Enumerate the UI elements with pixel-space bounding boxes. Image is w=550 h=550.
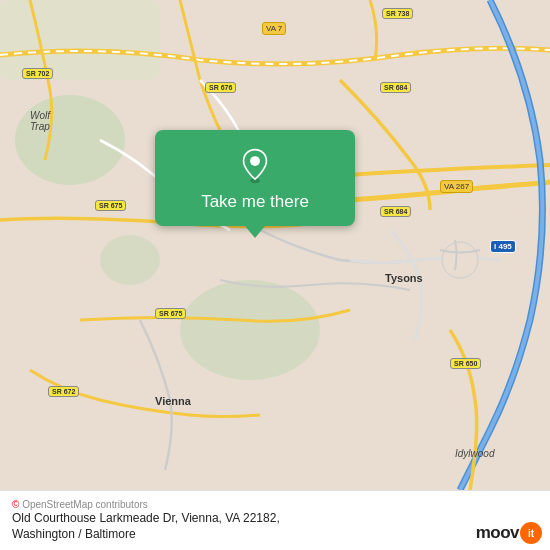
address-text: Old Courthouse Larkmeade Dr, Vienna, VA …	[12, 511, 448, 542]
osm-copyright: © OpenStreetMap contributors	[12, 499, 448, 510]
sr672-label: SR 672	[48, 386, 79, 397]
svg-point-5	[442, 242, 478, 278]
tysons-label: Tysons	[385, 272, 423, 284]
sr738-label: SR 738	[382, 8, 413, 19]
sr702-label: SR 702	[22, 68, 53, 79]
map-container: WolfTrap Vienna Tysons Idylwood VA 7 SR …	[0, 0, 550, 490]
info-bar: © OpenStreetMap contributors Old Courtho…	[0, 490, 550, 550]
svg-point-3	[100, 235, 160, 285]
sr650-label: SR 650	[450, 358, 481, 369]
i495-label: I 495	[490, 240, 516, 253]
sr675b-label: SR 675	[155, 308, 186, 319]
va7-label: VA 7	[262, 22, 286, 35]
tooltip-label: Take me there	[201, 192, 309, 212]
svg-point-2	[180, 280, 320, 380]
sr684b-label: SR 684	[380, 206, 411, 217]
sr684a-label: SR 684	[380, 82, 411, 93]
svg-point-7	[250, 156, 260, 166]
svg-point-1	[15, 95, 125, 185]
sr676-label: SR 676	[205, 82, 236, 93]
idylwood-label: Idylwood	[455, 448, 494, 459]
map-svg	[0, 0, 550, 490]
take-me-there-button[interactable]: Take me there	[155, 130, 355, 226]
wolf-trap-label: WolfTrap	[30, 110, 50, 132]
vienna-label: Vienna	[155, 395, 191, 407]
location-pin-icon	[237, 148, 273, 184]
moovit-logo: moov it	[476, 522, 542, 544]
va267-label: VA 267	[440, 180, 473, 193]
sr675a-label: SR 675	[95, 200, 126, 211]
